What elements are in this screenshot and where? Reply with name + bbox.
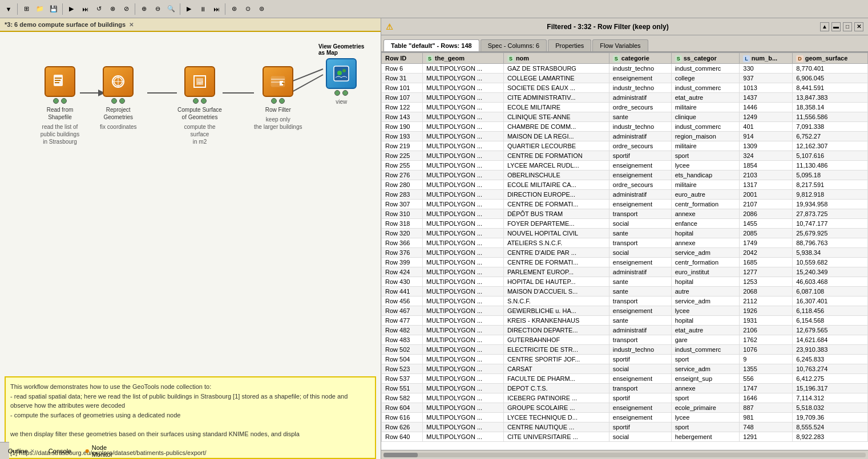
node-compute-surface[interactable]: m² Compute Surfaceof Geometries compute … [174, 66, 225, 145]
toolbar-btn-new[interactable]: ⊞ [20, 3, 33, 15]
cell-23-3: sante [609, 287, 671, 296]
node-monitor-label: Node Monitor [92, 444, 115, 458]
col-header-nom[interactable]: Snom [503, 53, 609, 64]
svg-rect-6 [55, 78, 62, 79]
port-in2 [342, 90, 348, 96]
node-reproject-sublabel: fix coordinates [100, 123, 136, 131]
titlebar-maximize[interactable]: □ [843, 22, 852, 31]
node-reproject[interactable]: ReprojectGeometries fix coordinates [100, 66, 136, 131]
table-row: Row 399MULTIPOLYGON ...CENTRE DE FORMATI… [382, 258, 868, 267]
toolbar-btn-cancel[interactable]: ⊗ [106, 3, 119, 15]
cell-20-5: 1685 [740, 258, 793, 267]
cell-6-1: MULTIPOLYGON ... [423, 122, 504, 132]
cell-33-3: transport [609, 384, 671, 393]
table-row: Row 320MULTIPOLYGON ...NOUVEL HOPITAL CI… [382, 229, 868, 238]
cell-30-2: CENTRE SPORTIF JOF... [503, 355, 609, 364]
cell-33-5: 1747 [740, 384, 793, 393]
tab-properties[interactable]: Properties [548, 39, 591, 51]
col-header-categorie[interactable]: Scategorie [609, 53, 671, 64]
cell-24-3: transport [609, 296, 671, 306]
cell-36-2: LYCEE TECHNIQUE D... [503, 413, 609, 423]
cell-33-1: MULTIPOLYGON ... [423, 384, 504, 393]
col-header-rowid[interactable]: Row ID [382, 53, 423, 64]
col-header-num_b[interactable]: Lnum_b... [740, 53, 793, 64]
cell-15-1: MULTIPOLYGON ... [423, 209, 504, 219]
workflow-tab[interactable]: *3: 6 demo compute surface of buildings … [0, 18, 381, 32]
data-table-container[interactable]: Row ID Sthe_geom Snom Scategorie Sss_cat… [381, 52, 868, 450]
toolbar-btn-1[interactable]: ▼ [2, 3, 15, 15]
toolbar-btn-pause[interactable]: ⏸ [196, 3, 209, 15]
node-row-filter-ports [271, 98, 285, 104]
cell-17-1: MULTIPOLYGON ... [423, 229, 504, 238]
cell-12-5: 1317 [740, 180, 793, 190]
cell-20-1: MULTIPOLYGON ... [423, 258, 504, 267]
col-header-geom[interactable]: Sthe_geom [423, 53, 504, 64]
table-body: Row 6MULTIPOLYGON ...GAZ DE STRASBOURGin… [382, 64, 868, 442]
cell-23-0: Row 441 [382, 287, 423, 296]
titlebar-close[interactable]: ✕ [854, 22, 863, 31]
outline-tab[interactable]: Outline ✕ [5, 446, 38, 456]
toolbar-btn-save[interactable]: 💾 [47, 3, 60, 15]
node-view-geometries[interactable]: View Geometriesas Map view [318, 43, 364, 105]
col-header-geom_surface[interactable]: Dgeom_surface [793, 53, 868, 64]
toolbar-btn-misc2[interactable]: ⊙ [241, 3, 254, 15]
node-read-shapefile[interactable]: Read from Shapefile read the list ofpubl… [34, 66, 86, 145]
node-row-filter[interactable]: Row Filter keep onlythe larger buildings [254, 66, 302, 131]
table-row: Row 504MULTIPOLYGON ...CENTRE SPORTIF JO… [382, 355, 868, 364]
cell-18-2: ATELIERS S.N.C.F. [503, 238, 609, 248]
cell-20-0: Row 399 [382, 258, 423, 267]
col-header-ss_categor[interactable]: Sss_categor [671, 53, 740, 64]
node-reproject-label: ReprojectGeometries [103, 106, 133, 121]
cell-11-4: ets_handicap [671, 170, 740, 180]
tab-spec[interactable]: Spec - Columns: 6 [481, 39, 547, 51]
cell-32-4: enseignt_sup [671, 374, 740, 384]
cell-14-5: 2107 [740, 200, 793, 209]
toolbar-btn-misc3[interactable]: ⊚ [255, 3, 268, 15]
cell-0-1: MULTIPOLYGON ... [423, 64, 504, 74]
toolbar-btn-zoom-in[interactable]: ⊕ [138, 3, 150, 15]
cell-30-5: 9 [740, 355, 793, 364]
toolbar-btn-cancel2[interactable]: ⊘ [120, 3, 132, 15]
cell-11-5: 2103 [740, 170, 793, 180]
cell-31-2: CARSAT [503, 364, 609, 374]
toolbar-btn-execute[interactable]: ▶ [65, 3, 78, 15]
cell-18-0: Row 366 [382, 238, 423, 248]
toolbar-btn-find[interactable]: 🔍 [165, 3, 177, 15]
cell-4-4: militaire [671, 103, 740, 112]
toolbar-btn-misc1[interactable]: ⊛ [228, 3, 240, 15]
cell-36-4: lycee [671, 413, 740, 423]
cell-3-0: Row 107 [382, 93, 423, 103]
cell-14-1: MULTIPOLYGON ... [423, 200, 504, 209]
titlebar-minimize[interactable]: ▲ [820, 22, 829, 31]
titlebar-restore[interactable]: ▬ [831, 22, 841, 31]
cell-37-1: MULTIPOLYGON ... [423, 423, 504, 432]
workflow-tab-close[interactable]: ✕ [129, 22, 134, 28]
toolbar-btn-open[interactable]: 📁 [34, 3, 46, 15]
console-tab[interactable]: Console [45, 446, 75, 456]
cell-34-2: ICEBERG PATINOIRE ... [503, 393, 609, 403]
toolbar-btn-step[interactable]: ⏭ [210, 3, 223, 15]
node-monitor-tab[interactable]: Node Monitor [82, 443, 119, 459]
cell-2-6: 8,441.591 [793, 83, 868, 93]
toolbar-btn-execute-all[interactable]: ⏭ [79, 3, 91, 15]
cell-37-0: Row 626 [382, 423, 423, 432]
cell-16-4: enfance [671, 219, 740, 229]
cell-4-2: ECOLE MILITAIRE [503, 103, 609, 112]
data-scrollbar[interactable] [381, 450, 868, 459]
toolbar-btn-run2[interactable]: ▶ [183, 3, 195, 15]
toolbar-btn-zoom-out[interactable]: ⊖ [151, 3, 164, 15]
table-row: Row 283MULTIPOLYGON ...DIRECTION EUROPE.… [382, 190, 868, 200]
cell-15-5: 2086 [740, 209, 793, 219]
cell-34-5: 1646 [740, 393, 793, 403]
cell-29-1: MULTIPOLYGON ... [423, 345, 504, 355]
cell-30-4: sport [671, 355, 740, 364]
tab-table[interactable]: Table "default" - Rows: 148 [383, 39, 479, 51]
cell-11-0: Row 276 [382, 170, 423, 180]
cell-21-5: 1277 [740, 267, 793, 277]
cell-18-5: 1749 [740, 238, 793, 248]
toolbar-btn-reset[interactable]: ↺ [92, 3, 105, 15]
cell-6-6: 7,091.338 [793, 122, 868, 132]
outline-close[interactable]: ✕ [30, 448, 35, 454]
tab-flow-variables[interactable]: Flow Variables [592, 39, 648, 51]
cell-2-0: Row 101 [382, 83, 423, 93]
